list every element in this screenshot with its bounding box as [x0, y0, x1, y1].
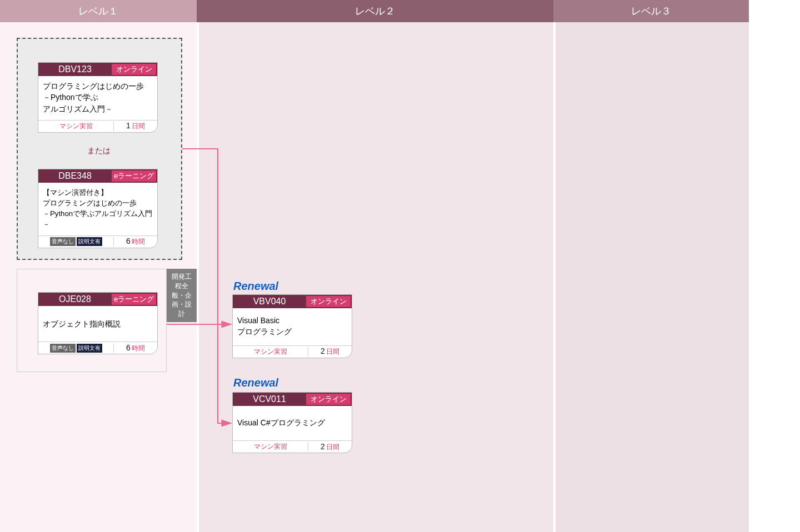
badge-online: オンライン — [306, 296, 351, 307]
card-header: VCV011 オンライン — [233, 393, 352, 406]
card-footer: マシン実習 1日間 — [38, 120, 157, 132]
footer-tags: 音声なし 説明文有 — [38, 237, 114, 246]
duration: 2日間 — [308, 442, 352, 452]
course-card-oje028[interactable]: OJE028 eラーニング オブジェクト指向概説 音声なし 説明文有 6時間 — [38, 292, 158, 354]
course-title: Visual Basic プログラミング — [233, 308, 352, 345]
column-divider — [553, 22, 556, 532]
column-level-3 — [553, 22, 749, 532]
course-card-vcv011[interactable]: VCV011 オンライン Visual C#プログラミング マシン実習 2日間 — [232, 392, 352, 453]
footer-tag: マシン実習 — [233, 442, 308, 451]
duration: 2日間 — [308, 347, 352, 357]
duration: 1日間 — [114, 121, 157, 131]
column-level-2: Renewal VBV040 オンライン Visual Basic プログラミン… — [197, 22, 553, 532]
course-code: DBE348 — [38, 169, 112, 183]
side-label-dev-process: 開発工程全般・企画・設計 — [167, 269, 197, 322]
course-title: Visual C#プログラミング — [233, 406, 352, 440]
card-header: DBV123 オンライン — [38, 63, 157, 76]
header-level-3: レベル３ — [553, 0, 749, 22]
badge-online: オンライン — [306, 394, 351, 405]
card-header: OJE028 eラーニング — [38, 293, 157, 306]
header-level-2: レベル２ — [197, 0, 553, 22]
column-divider — [197, 22, 199, 532]
tag-no-audio: 音声なし — [50, 237, 76, 246]
badge-elearning: eラーニング — [112, 294, 156, 305]
card-footer: マシン実習 2日間 — [233, 345, 352, 358]
renewal-label: Renewal — [233, 280, 278, 293]
footer-tag: マシン実習 — [233, 347, 308, 357]
duration: 6時間 — [114, 237, 157, 247]
renewal-label: Renewal — [233, 377, 278, 389]
card-header: VBV040 オンライン — [233, 295, 352, 308]
columns: DBV123 オンライン プログラミングはじめの一歩 －Pythonで学ぶ アル… — [0, 22, 749, 532]
course-card-dbe348[interactable]: DBE348 eラーニング 【マシン演習付き】 プログラミングはじめの一歩 －P… — [38, 169, 158, 248]
course-code: DBV123 — [38, 63, 112, 76]
duration: 6時間 — [114, 343, 157, 353]
card-header: DBE348 eラーニング — [38, 169, 157, 183]
card-footer: 音声なし 説明文有 6時間 — [38, 342, 157, 354]
course-title: 【マシン演習付き】 プログラミングはじめの一歩 －Pythonで学ぶアルゴリズム… — [38, 183, 157, 235]
course-code: VCV011 — [233, 393, 306, 406]
course-card-vbv040[interactable]: VBV040 オンライン Visual Basic プログラミング マシン実習 … — [232, 294, 352, 358]
card-footer: マシン実習 2日間 — [233, 440, 352, 453]
course-title: プログラミングはじめの一歩 －Pythonで学ぶ アルゴリズム入門－ — [38, 76, 157, 120]
badge-online: オンライン — [112, 64, 156, 75]
tag-has-text: 説明文有 — [77, 344, 102, 353]
header-level-1: レベル１ — [0, 0, 197, 22]
course-card-dbv123[interactable]: DBV123 オンライン プログラミングはじめの一歩 －Pythonで学ぶ アル… — [38, 62, 158, 133]
badge-elearning: eラーニング — [112, 170, 156, 182]
tag-no-audio: 音声なし — [50, 344, 76, 353]
or-label: または — [71, 146, 127, 156]
footer-tag: マシン実習 — [38, 122, 114, 131]
footer-tags: 音声なし 説明文有 — [38, 344, 114, 353]
course-code: VBV040 — [233, 295, 306, 308]
column-level-1: DBV123 オンライン プログラミングはじめの一歩 －Pythonで学ぶ アル… — [0, 22, 197, 532]
card-footer: 音声なし 説明文有 6時間 — [38, 235, 157, 248]
level-headers: レベル１ レベル２ レベル３ — [0, 0, 749, 22]
tag-has-text: 説明文有 — [77, 237, 102, 246]
course-title: オブジェクト指向概説 — [38, 306, 157, 342]
course-code: OJE028 — [38, 293, 112, 306]
